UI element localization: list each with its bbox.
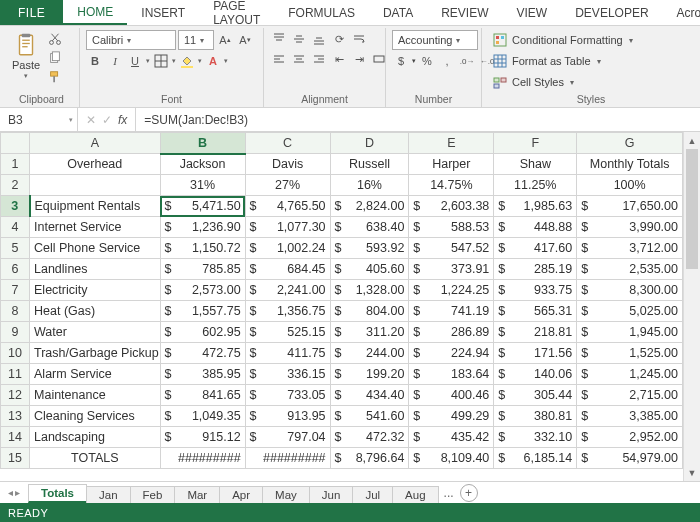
align-middle-button[interactable]: [290, 30, 308, 48]
row-header[interactable]: 14: [1, 427, 30, 448]
row-header[interactable]: 6: [1, 259, 30, 280]
formula-input[interactable]: =SUM(Jan:Dec!B3): [136, 108, 700, 131]
tab-formulas[interactable]: FORMULAS: [274, 0, 369, 25]
cell[interactable]: $2,824.00: [330, 196, 409, 217]
row-header[interactable]: 7: [1, 280, 30, 301]
cell[interactable]: $3,385.00: [577, 406, 683, 427]
align-center-button[interactable]: [290, 50, 308, 68]
tab-acrobat[interactable]: Acro: [663, 0, 700, 25]
cell[interactable]: $1,236.90: [160, 217, 245, 238]
cell[interactable]: $411.75: [245, 343, 330, 364]
cell[interactable]: $305.44: [494, 385, 577, 406]
cell[interactable]: $913.95: [245, 406, 330, 427]
align-right-button[interactable]: [310, 50, 328, 68]
worksheet-grid[interactable]: ABCDEFG1OverheadJacksonDavisRussellHarpe…: [0, 132, 683, 480]
cell[interactable]: Equipment Rentals: [30, 196, 161, 217]
cell[interactable]: 100%: [577, 175, 683, 196]
cell[interactable]: $380.81: [494, 406, 577, 427]
sheet-tab-jul[interactable]: Jul: [352, 486, 393, 503]
tab-view[interactable]: VIEW: [503, 0, 562, 25]
cell[interactable]: $332.10: [494, 427, 577, 448]
align-left-button[interactable]: [270, 50, 288, 68]
cell[interactable]: $224.94: [409, 343, 494, 364]
cell[interactable]: $2,535.00: [577, 259, 683, 280]
sheet-tab-jun[interactable]: Jun: [309, 486, 354, 503]
cell[interactable]: $1,049.35: [160, 406, 245, 427]
cell[interactable]: #########: [245, 448, 330, 469]
cell[interactable]: $593.92: [330, 238, 409, 259]
italic-button[interactable]: I: [106, 52, 124, 70]
cell[interactable]: $4,765.50: [245, 196, 330, 217]
cell[interactable]: $472.75: [160, 343, 245, 364]
cell[interactable]: $405.60: [330, 259, 409, 280]
font-color-button[interactable]: A: [204, 52, 222, 70]
cell[interactable]: Heat (Gas): [30, 301, 161, 322]
row-header[interactable]: 15: [1, 448, 30, 469]
cell-styles-button[interactable]: Cell Styles▾: [488, 72, 637, 92]
scroll-down-button[interactable]: ▼: [684, 464, 700, 481]
cell[interactable]: Alarm Service: [30, 364, 161, 385]
cell[interactable]: 31%: [160, 175, 245, 196]
cell[interactable]: $140.06: [494, 364, 577, 385]
cell[interactable]: $684.45: [245, 259, 330, 280]
cell[interactable]: #########: [160, 448, 245, 469]
cell[interactable]: $435.42: [409, 427, 494, 448]
align-top-button[interactable]: [270, 30, 288, 48]
cell[interactable]: Monthly Totals: [577, 154, 683, 175]
paste-button[interactable]: Paste ▾: [10, 30, 42, 82]
cell[interactable]: $373.91: [409, 259, 494, 280]
increase-indent-button[interactable]: ⇥: [350, 50, 368, 68]
cell[interactable]: Cleaning Services: [30, 406, 161, 427]
row-header[interactable]: 5: [1, 238, 30, 259]
sheet-tab-mar[interactable]: Mar: [174, 486, 220, 503]
sheet-nav-next[interactable]: ▸: [15, 487, 20, 498]
row-header[interactable]: 11: [1, 364, 30, 385]
cell[interactable]: Overhead: [30, 154, 161, 175]
cell[interactable]: Landscaping: [30, 427, 161, 448]
vertical-scrollbar[interactable]: ▲ ▼: [683, 132, 700, 481]
select-all-corner[interactable]: [1, 133, 30, 154]
cell[interactable]: $336.15: [245, 364, 330, 385]
cell[interactable]: $1,525.00: [577, 343, 683, 364]
row-header[interactable]: 10: [1, 343, 30, 364]
comma-button[interactable]: ,: [438, 52, 456, 70]
file-tab[interactable]: FILE: [0, 0, 63, 25]
cell[interactable]: $1,224.25: [409, 280, 494, 301]
tab-page-layout[interactable]: PAGE LAYOUT: [199, 0, 274, 25]
cell[interactable]: $417.60: [494, 238, 577, 259]
row-header[interactable]: 4: [1, 217, 30, 238]
cell[interactable]: $6,185.14: [494, 448, 577, 469]
decrease-indent-button[interactable]: ⇤: [330, 50, 348, 68]
cut-button[interactable]: [46, 30, 64, 48]
tab-review[interactable]: REVIEW: [427, 0, 502, 25]
sheet-tab-aug[interactable]: Aug: [392, 486, 438, 503]
cell[interactable]: $17,650.00: [577, 196, 683, 217]
cell[interactable]: Jackson: [160, 154, 245, 175]
scroll-thumb[interactable]: [686, 149, 698, 269]
cell[interactable]: $1,077.30: [245, 217, 330, 238]
cell[interactable]: $2,603.38: [409, 196, 494, 217]
cell[interactable]: $5,471.50: [160, 196, 245, 217]
cell[interactable]: $8,796.64: [330, 448, 409, 469]
cell[interactable]: $565.31: [494, 301, 577, 322]
cell[interactable]: $1,945.00: [577, 322, 683, 343]
cell[interactable]: $797.04: [245, 427, 330, 448]
cell[interactable]: Harper: [409, 154, 494, 175]
column-header-E[interactable]: E: [409, 133, 494, 154]
underline-button[interactable]: U: [126, 52, 144, 70]
format-painter-button[interactable]: [46, 68, 64, 86]
cell[interactable]: $1,356.75: [245, 301, 330, 322]
cell[interactable]: $448.88: [494, 217, 577, 238]
sheet-more[interactable]: ...: [444, 486, 454, 500]
column-header-B[interactable]: B: [160, 133, 245, 154]
orientation-button[interactable]: ⟳: [330, 30, 348, 48]
cell[interactable]: $285.19: [494, 259, 577, 280]
cell[interactable]: $472.32: [330, 427, 409, 448]
cell[interactable]: $2,952.00: [577, 427, 683, 448]
cell[interactable]: Shaw: [494, 154, 577, 175]
cell[interactable]: $286.89: [409, 322, 494, 343]
sheet-tab-may[interactable]: May: [262, 486, 310, 503]
sheet-tab-totals[interactable]: Totals: [28, 484, 87, 503]
increase-decimal-button[interactable]: .0→: [458, 52, 476, 70]
cell[interactable]: $1,328.00: [330, 280, 409, 301]
